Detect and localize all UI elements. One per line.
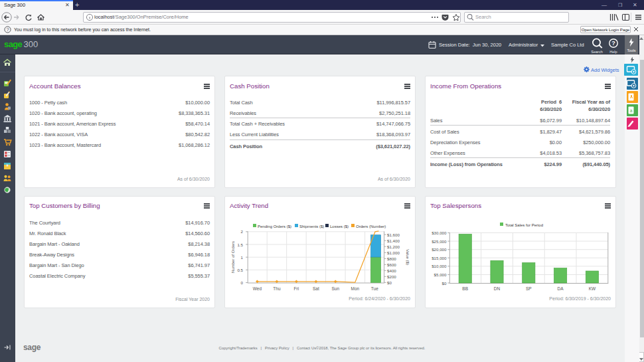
svg-text:$800: $800 bbox=[387, 256, 396, 261]
svg-text:2: 2 bbox=[241, 229, 244, 234]
svg-text:$5,000: $5,000 bbox=[434, 272, 447, 277]
svg-text:$0: $0 bbox=[387, 280, 392, 285]
svg-text:KW: KW bbox=[589, 286, 596, 291]
svg-text:DA: DA bbox=[558, 286, 564, 291]
svg-text:Wed: Wed bbox=[253, 286, 262, 291]
svg-text:Sat: Sat bbox=[313, 286, 319, 291]
svg-text:$600: $600 bbox=[387, 262, 396, 267]
svg-text:$400: $400 bbox=[387, 268, 396, 273]
svg-text:$1,000: $1,000 bbox=[387, 250, 400, 255]
svg-text:Period: 6/30/2019 - 6/30/2020: Period: 6/30/2019 - 6/30/2020 bbox=[549, 296, 611, 301]
svg-text:DN: DN bbox=[494, 286, 501, 291]
svg-text:0.5: 0.5 bbox=[237, 268, 243, 272]
svg-text:Value ($): Value ($) bbox=[406, 249, 410, 265]
svg-text:$20,000: $20,000 bbox=[432, 247, 447, 252]
svg-text:?: ? bbox=[6, 27, 9, 33]
svg-text:Thu: Thu bbox=[273, 286, 281, 291]
svg-text:$1,400: $1,400 bbox=[387, 238, 400, 243]
svg-text:BB: BB bbox=[462, 286, 468, 291]
svg-text:$15,000: $15,000 bbox=[432, 256, 447, 260]
svg-text:Sun: Sun bbox=[332, 286, 340, 291]
svg-text:0: 0 bbox=[241, 280, 244, 285]
svg-text:Total Sales for Period: Total Sales for Period bbox=[505, 223, 543, 227]
svg-text:Orders (Number): Orders (Number) bbox=[356, 225, 386, 228]
svg-text:Losses ($): Losses ($) bbox=[330, 225, 349, 228]
svg-text:Fri: Fri bbox=[294, 286, 299, 291]
svg-text:$30,000: $30,000 bbox=[432, 230, 447, 235]
svg-text:Mon: Mon bbox=[351, 286, 359, 291]
svg-text:SP: SP bbox=[526, 286, 532, 291]
svg-text:$0: $0 bbox=[442, 281, 447, 286]
svg-text:1.5: 1.5 bbox=[237, 242, 243, 247]
svg-text:Number of Orders: Number of Orders bbox=[231, 241, 235, 273]
svg-text:a: a bbox=[630, 108, 633, 113]
svg-text:?: ? bbox=[611, 40, 615, 46]
svg-text:$1,600: $1,600 bbox=[387, 232, 400, 237]
svg-text:1: 1 bbox=[241, 255, 244, 260]
svg-text:$25,000: $25,000 bbox=[432, 239, 447, 244]
svg-text:Tue: Tue bbox=[371, 286, 378, 291]
svg-text:$10,000: $10,000 bbox=[432, 264, 447, 268]
svg-text:$200: $200 bbox=[387, 274, 396, 279]
svg-text:Shipments ($): Shipments ($) bbox=[299, 225, 324, 228]
svg-text:Period: 6/24/2020 - 6/30/2020: Period: 6/24/2020 - 6/30/2020 bbox=[349, 296, 410, 301]
svg-text:$1,200: $1,200 bbox=[387, 244, 400, 249]
svg-text:Pending Orders ($): Pending Orders ($) bbox=[258, 225, 291, 228]
